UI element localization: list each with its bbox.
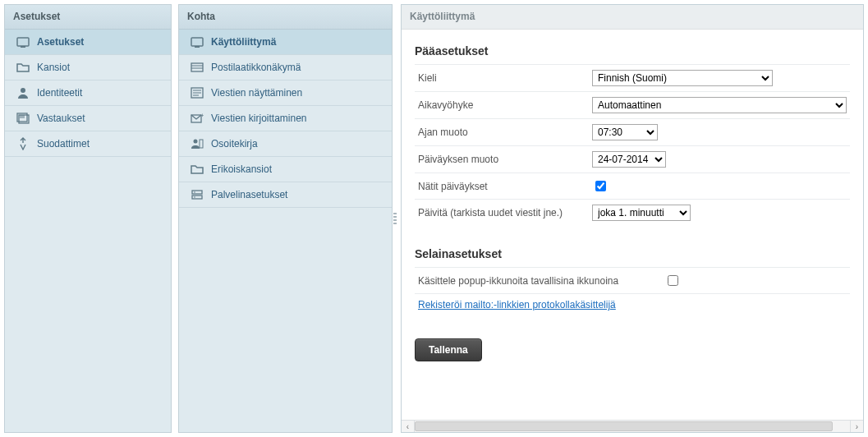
svg-point-18 bbox=[194, 140, 198, 144]
popup-checkbox[interactable] bbox=[668, 275, 678, 286]
settings-list: AsetuksetKansiotIdentiteetitVastauksetSu… bbox=[5, 30, 171, 157]
filters-icon bbox=[16, 137, 30, 150]
settings-item[interactable]: Vastaukset bbox=[5, 106, 171, 131]
main-body: Pääasetukset Kieli Finnish (Suomi) Aikav… bbox=[402, 30, 863, 420]
contacts-icon bbox=[191, 137, 204, 150]
svg-rect-7 bbox=[191, 38, 203, 46]
svg-point-22 bbox=[194, 191, 195, 193]
section-item-label: Käyttöliittymä bbox=[211, 36, 276, 48]
identity-icon bbox=[16, 86, 30, 99]
mailto-register-link[interactable]: Rekisteröi mailto:-linkkien protokollakä… bbox=[418, 299, 616, 310]
section-item-label: Viestien kirjoittaminen bbox=[211, 113, 307, 124]
main-settings-heading: Pääasetukset bbox=[415, 44, 850, 58]
prefs-icon bbox=[16, 35, 30, 48]
section-item[interactable]: Postilaatikkonäkymä bbox=[179, 55, 392, 80]
svg-rect-1 bbox=[21, 46, 25, 48]
dateformat-row: Päiväyksen muoto 24-07-2014 bbox=[415, 146, 850, 173]
section-column: Kohta KäyttöliittymäPostilaatikkonäkymäV… bbox=[178, 4, 393, 433]
prettydate-checkbox[interactable] bbox=[595, 181, 606, 191]
dateformat-select[interactable]: 24-07-2014 bbox=[592, 151, 666, 168]
popup-label: Käsittele popup-ikkunoita tavallisina ik… bbox=[415, 268, 661, 294]
special-icon bbox=[191, 163, 204, 176]
section-item-label: Osoitekirja bbox=[211, 138, 258, 150]
settings-item[interactable]: Suodattimet bbox=[5, 131, 171, 157]
settings-item-label: Identiteetit bbox=[37, 87, 82, 99]
compose-icon: + bbox=[191, 112, 204, 125]
timezone-select[interactable]: Automaattinen bbox=[592, 97, 847, 113]
settings-item-label: Suodattimet bbox=[37, 138, 90, 150]
mailbox-icon bbox=[191, 61, 204, 74]
responses-icon bbox=[16, 112, 30, 125]
section-item-label: Erikoiskansiot bbox=[211, 163, 272, 175]
timezone-label: Aikavyöhyke bbox=[415, 92, 589, 119]
timeformat-label: Ajan muoto bbox=[415, 119, 589, 146]
svg-rect-20 bbox=[192, 191, 202, 194]
settings-item[interactable]: Identiteetit bbox=[5, 80, 171, 106]
settings-item[interactable]: Asetukset bbox=[5, 30, 171, 55]
section-item[interactable]: Osoitekirja bbox=[179, 131, 392, 157]
browser-settings-heading: Selainasetukset bbox=[415, 247, 850, 260]
main-settings-table: Kieli Finnish (Suomi) Aikavyöhyke Automa… bbox=[415, 64, 850, 226]
settings-item-label: Asetukset bbox=[37, 36, 84, 48]
splitter-grip-icon bbox=[393, 209, 397, 228]
server-icon bbox=[191, 188, 204, 201]
refresh-select[interactable]: joka 1. minuutti bbox=[592, 205, 691, 221]
mailto-row: Rekisteröi mailto:-linkkien protokollakä… bbox=[415, 294, 850, 316]
svg-rect-0 bbox=[17, 38, 29, 46]
section-column-title: Kohta bbox=[179, 5, 392, 30]
section-item[interactable]: Palvelinasetukset bbox=[179, 182, 392, 208]
svg-rect-8 bbox=[195, 46, 200, 48]
ui-icon bbox=[191, 35, 204, 48]
section-item-label: Viestien näyttäminen bbox=[211, 87, 302, 99]
section-item[interactable]: Käyttöliittymä bbox=[179, 30, 392, 55]
language-row: Kieli Finnish (Suomi) bbox=[415, 65, 850, 92]
refresh-row: Päivitä (tarkista uudet viestit jne.) jo… bbox=[415, 200, 850, 227]
svg-point-23 bbox=[194, 196, 195, 198]
prettydate-label: Nätit päiväykset bbox=[415, 173, 589, 200]
timezone-row: Aikavyöhyke Automaattinen bbox=[415, 92, 850, 119]
settings-item-label: Vastaukset bbox=[37, 113, 85, 124]
section-item[interactable]: Erikoiskansiot bbox=[179, 157, 392, 182]
settings-column: Asetukset AsetuksetKansiotIdentiteetitVa… bbox=[4, 4, 172, 433]
refresh-label: Päivitä (tarkista uudet viestit jne.) bbox=[415, 200, 589, 227]
browser-settings-table: Käsittele popup-ikkunoita tavallisina ik… bbox=[415, 267, 850, 315]
settings-column-title: Asetukset bbox=[5, 5, 171, 30]
settings-item[interactable]: Kansiot bbox=[5, 55, 171, 80]
svg-text:+: + bbox=[200, 113, 204, 119]
section-item-label: Palvelinasetukset bbox=[211, 189, 287, 200]
display-icon bbox=[191, 86, 204, 99]
horizontal-scrollbar[interactable]: ‹ › bbox=[402, 420, 863, 432]
section-list: KäyttöliittymäPostilaatikkonäkymäViestie… bbox=[179, 30, 392, 208]
section-item[interactable]: Viestien näyttäminen bbox=[179, 80, 392, 106]
timeformat-row: Ajan muoto 07:30 bbox=[415, 119, 850, 146]
prettydate-row: Nätit päiväykset bbox=[415, 173, 850, 200]
settings-item-label: Kansiot bbox=[37, 62, 70, 73]
dateformat-label: Päiväyksen muoto bbox=[415, 146, 589, 173]
language-label: Kieli bbox=[415, 65, 589, 92]
scroll-left-arrow-icon[interactable]: ‹ bbox=[402, 421, 415, 432]
main-column: Käyttöliittymä Pääasetukset Kieli Finnis… bbox=[401, 4, 864, 433]
main-column-title: Käyttöliittymä bbox=[402, 5, 863, 30]
popup-row: Käsittele popup-ikkunoita tavallisina ik… bbox=[415, 268, 850, 294]
scroll-thumb[interactable] bbox=[415, 421, 833, 431]
svg-point-2 bbox=[21, 88, 25, 93]
save-button[interactable]: Tallenna bbox=[415, 338, 482, 361]
column-splitter[interactable] bbox=[393, 4, 397, 433]
timeformat-select[interactable]: 07:30 bbox=[592, 124, 658, 140]
scroll-right-arrow-icon[interactable]: › bbox=[850, 421, 863, 432]
language-select[interactable]: Finnish (Suomi) bbox=[592, 70, 773, 86]
scroll-track[interactable] bbox=[415, 421, 850, 432]
section-item-label: Postilaatikkonäkymä bbox=[211, 62, 301, 73]
folder-icon bbox=[16, 61, 30, 74]
section-item[interactable]: +Viestien kirjoittaminen bbox=[179, 106, 392, 131]
app-root: Asetukset AsetuksetKansiotIdentiteetitVa… bbox=[0, 0, 868, 437]
svg-rect-19 bbox=[200, 140, 203, 148]
svg-rect-21 bbox=[192, 196, 202, 199]
svg-rect-9 bbox=[191, 63, 203, 71]
